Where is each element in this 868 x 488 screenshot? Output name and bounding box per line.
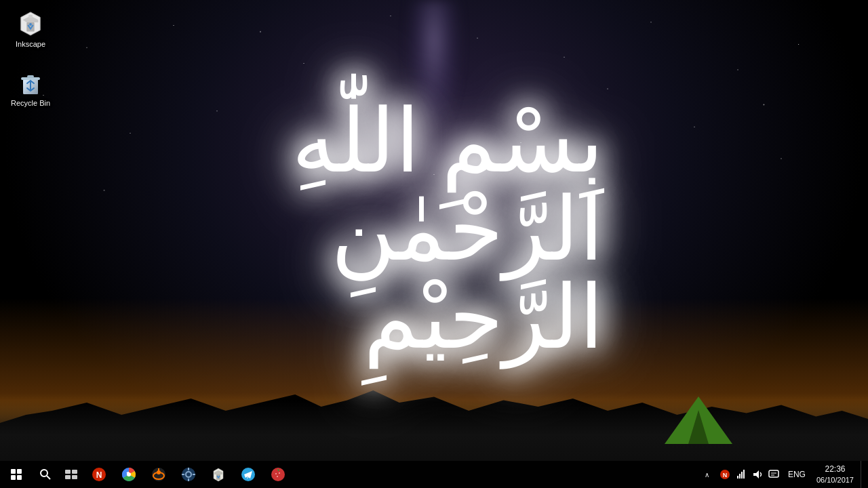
bismillah-text: بِسْمِ اللّٰهِ الرَّحْمٰنِ الرَّحِيْمِ: [264, 98, 604, 362]
svg-rect-43: [743, 470, 745, 479]
svg-marker-44: [753, 470, 759, 479]
desktop: بِسْمِ اللّٰهِ الرَّحْمٰنِ الرَّحِيْمِ I…: [0, 0, 868, 488]
telegram-icon: [241, 467, 256, 482]
clock[interactable]: 22:36 06/10/2017: [810, 461, 861, 488]
blender-icon: [151, 467, 166, 482]
tent: [665, 396, 732, 444]
taskbar-app-norton[interactable]: N: [84, 461, 114, 488]
win-square-3: [11, 475, 16, 480]
taskbar-app-system[interactable]: [174, 461, 203, 488]
taskbar-app-chrome[interactable]: [114, 461, 144, 488]
chrome-icon: [121, 467, 136, 482]
win-square-4: [17, 475, 22, 480]
svg-text:N: N: [96, 470, 102, 480]
misc-app-icon: [271, 467, 285, 482]
system-tray: ∧ N: [700, 461, 868, 488]
svg-point-37: [277, 476, 278, 477]
start-button[interactable]: [0, 461, 33, 488]
desktop-icons: Inkscape: [7, 7, 54, 111]
svg-rect-8: [27, 75, 34, 78]
svg-rect-13: [65, 475, 71, 479]
clock-time: 22:36: [825, 464, 845, 475]
svg-point-9: [41, 470, 47, 476]
taskbar-app-misc[interactable]: [263, 461, 293, 488]
svg-rect-45: [769, 470, 778, 477]
svg-line-10: [47, 476, 50, 479]
recycle-bin-label: Recycle Bin: [11, 99, 50, 108]
win-square-1: [11, 469, 16, 474]
norton-icon: N: [92, 467, 106, 482]
tray-expand-button[interactable]: ∧: [700, 461, 715, 488]
svg-point-19: [127, 472, 131, 476]
svg-point-36: [279, 472, 280, 474]
tent-shape: [665, 396, 732, 444]
taskbar-apps: N: [84, 461, 700, 488]
chevron-up-icon: ∧: [705, 471, 709, 479]
taskbar-app-telegram[interactable]: [233, 461, 263, 488]
inkscape-icon-image: [17, 10, 44, 37]
show-desktop-button[interactable]: [861, 461, 865, 488]
recycle-bin-icon[interactable]: Recycle Bin: [7, 66, 54, 111]
tray-icon-chat[interactable]: [766, 461, 781, 488]
svg-rect-11: [65, 470, 71, 474]
tray-icon-volume[interactable]: [750, 461, 765, 488]
taskbar-app-blender[interactable]: [144, 461, 174, 488]
svg-point-35: [275, 473, 277, 474]
svg-rect-40: [737, 476, 738, 479]
tray-icon-network[interactable]: [734, 461, 749, 488]
svg-point-4: [29, 23, 32, 26]
search-icon: [40, 469, 51, 480]
recycle-bin-icon-image: [17, 69, 44, 96]
network-icon: [736, 469, 747, 480]
svg-rect-3: [28, 15, 33, 18]
tray-icons-group: N: [715, 461, 784, 488]
taskbar-app-inkscape[interactable]: [203, 461, 233, 488]
task-view-icon: [65, 470, 77, 479]
volume-icon: [752, 469, 763, 480]
svg-rect-42: [741, 472, 743, 479]
search-button[interactable]: [33, 461, 58, 488]
inkscape-icon[interactable]: Inkscape: [7, 7, 54, 52]
inkscape-label: Inkscape: [16, 40, 45, 49]
inkscape-taskbar-icon: [211, 467, 226, 482]
windows-logo: [11, 469, 22, 480]
taskbar: N: [0, 461, 868, 488]
tray-icon-antivirus[interactable]: N: [717, 461, 732, 488]
language-indicator[interactable]: ENG: [784, 461, 810, 488]
clock-date: 06/10/2017: [816, 475, 854, 485]
svg-rect-41: [739, 474, 741, 479]
task-view-button[interactable]: [58, 461, 84, 488]
calligraphy-art: بِسْمِ اللّٰهِ الرَّحْمٰنِ الرَّحِيْمِ: [264, 87, 604, 372]
svg-text:N: N: [723, 472, 728, 479]
antivirus-icon: N: [719, 469, 730, 480]
notifications-icon: [768, 469, 779, 480]
svg-rect-14: [72, 475, 77, 479]
svg-rect-12: [72, 470, 77, 474]
win-square-2: [17, 469, 22, 474]
system-icon: [181, 467, 196, 482]
